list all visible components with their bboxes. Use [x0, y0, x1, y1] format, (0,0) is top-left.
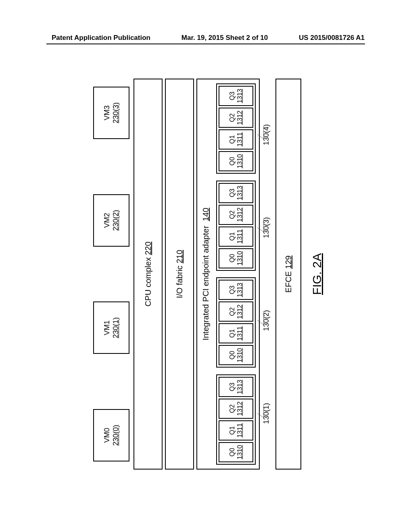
vm-name: VM0 [102, 428, 112, 443]
queue-name: Q1 [228, 135, 236, 143]
queue-name: Q1 [228, 426, 236, 434]
queue-ref: 1312 [236, 305, 244, 319]
queue: Q31313 [219, 280, 253, 300]
queue-ref: 1313 [236, 380, 244, 394]
figure-wrapper: VM0 230(0) VM1 230(1) VM2 230(2) VM3 230… [89, 69, 324, 480]
vnic-ref-label: 130(1) [262, 373, 271, 454]
queue-name: Q0 [228, 157, 236, 165]
queue-ref: 1310 [236, 348, 244, 363]
queue-name: Q3 [228, 189, 236, 197]
io-ref: 210 [175, 250, 184, 263]
queue-ref: 1311 [236, 132, 244, 147]
io-label: I/O fabric [175, 266, 184, 298]
efce-ref: 129 [284, 256, 293, 269]
vnic-group: Q01310 Q11311 Q21312 Q31313 [216, 374, 256, 465]
queue-name: Q0 [228, 351, 236, 360]
queue-name: Q1 [228, 329, 236, 338]
vnic-group: Q01310 Q11311 Q21312 Q31313 [216, 181, 256, 271]
queue-ref: 1313 [236, 283, 244, 297]
queue-ref: 1310 [236, 251, 244, 266]
adapter-text: Integrated PCI endpoint adapter [201, 226, 210, 341]
vm-block: VM0 230(0) [93, 409, 129, 461]
queue: Q11311 [219, 420, 253, 441]
header-docnum: US 2015/0081726 A1 [299, 34, 365, 42]
vnic-labels-row: 130(1) 130(2) 130(3) 130(4) [262, 88, 271, 460]
queue: Q31313 [219, 183, 253, 203]
vm-block: VM1 230(1) [93, 301, 129, 354]
queue: Q11311 [219, 129, 253, 150]
vm-block: VM3 230(3) [93, 87, 129, 139]
header-rule [46, 44, 365, 44]
figure-number: FIG. 2A [310, 253, 324, 295]
queue-name: Q3 [228, 382, 236, 391]
queue-ref: 1313 [236, 89, 244, 103]
cpu-complex: CPU complex 220 [133, 79, 163, 470]
vnic-group: Q01310 Q11311 Q21312 Q31313 [216, 83, 256, 174]
queue-ref: 1312 [236, 110, 244, 125]
vnic-row: Q01310 Q11311 Q21312 Q31313 Q01310 Q1131… [216, 83, 256, 466]
queue: Q21312 [219, 205, 253, 225]
cpu-label: CPU complex [144, 257, 153, 306]
adapter-ref: 140 [201, 208, 210, 221]
vm-name: VM2 [102, 213, 112, 228]
queue: Q31313 [219, 86, 253, 106]
vnic-group: Q01310 Q11311 Q21312 Q31313 [216, 277, 256, 368]
queue-name: Q1 [228, 232, 236, 241]
queue: Q11311 [219, 323, 253, 343]
queue-name: Q3 [228, 286, 236, 294]
header-date-sheet: Mar. 19, 2015 Sheet 2 of 10 [181, 34, 268, 42]
queue: Q01310 [219, 442, 253, 462]
vm-name: VM1 [102, 320, 112, 335]
queue: Q21312 [219, 301, 253, 322]
adapter-label: Integrated PCI endpoint adapter 140 [197, 208, 216, 340]
header-publication: Patent Application Publication [52, 34, 150, 42]
queue-ref: 1311 [236, 423, 244, 438]
vm-name: VM3 [102, 106, 112, 121]
queue-name: Q2 [228, 210, 236, 219]
queue: Q01310 [219, 151, 253, 171]
queue: Q21312 [219, 399, 253, 419]
vm-ref: 230(3) [111, 102, 121, 123]
vnic-ref-label: 130(4) [262, 94, 271, 175]
pci-endpoint-adapter: Integrated PCI endpoint adapter 140 Q013… [196, 79, 260, 470]
queue-ref: 1313 [236, 186, 244, 200]
vm-block: VM2 230(2) [93, 194, 129, 247]
figure: VM0 230(0) VM1 230(1) VM2 230(2) VM3 230… [89, 69, 324, 480]
queue: Q21312 [219, 108, 253, 128]
queue-ref: 1312 [236, 208, 244, 222]
queue-ref: 1310 [236, 445, 244, 459]
vm-ref: 230(0) [111, 425, 121, 446]
queue-ref: 1312 [236, 401, 244, 416]
efce-block: EFCE 129 [275, 79, 301, 470]
vm-ref: 230(2) [111, 210, 121, 231]
io-fabric: I/O fabric 210 [165, 79, 194, 470]
queue: Q31313 [219, 377, 253, 397]
queue: Q11311 [219, 227, 253, 247]
queue-name: Q0 [228, 448, 236, 456]
vm-ref: 230(1) [111, 317, 121, 338]
queue-ref: 1311 [236, 326, 244, 341]
queue: Q01310 [219, 345, 253, 365]
efce-label: EFCE [284, 271, 293, 293]
vm-row: VM0 230(0) VM1 230(1) VM2 230(2) VM3 230… [93, 87, 129, 461]
queue-ref: 1310 [236, 154, 244, 168]
vnic-ref-label: 130(2) [262, 280, 271, 361]
cpu-ref: 220 [144, 241, 153, 255]
queue-name: Q0 [228, 254, 236, 262]
queue: Q01310 [219, 248, 253, 268]
vnic-ref-label: 130(3) [262, 187, 271, 268]
queue-ref: 1311 [236, 229, 244, 244]
queue-name: Q2 [228, 404, 236, 413]
queue-name: Q2 [228, 113, 236, 122]
queue-name: Q3 [228, 91, 236, 100]
queue-name: Q2 [228, 308, 236, 316]
